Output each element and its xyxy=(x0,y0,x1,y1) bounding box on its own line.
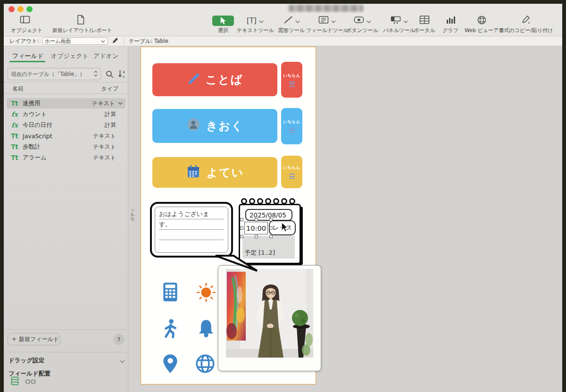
bell-icon[interactable] xyxy=(195,318,217,340)
bubble-line xyxy=(159,240,224,250)
date-field[interactable]: 2025/08/05 xyxy=(245,209,292,221)
person-photo xyxy=(226,269,313,358)
list-icon xyxy=(289,128,295,133)
tab-addons[interactable]: アドオン xyxy=(93,52,118,60)
field-row[interactable]: fx 今日の日付 計算 xyxy=(7,120,125,130)
selection-handle[interactable] xyxy=(269,218,273,221)
selection-handle[interactable] xyxy=(255,235,258,238)
text-field-icon: Tt xyxy=(7,154,23,161)
field-row[interactable]: Tt 連携用 テキスト xyxy=(7,98,125,108)
plus-icon: + xyxy=(12,336,17,342)
selection-handle[interactable] xyxy=(240,218,243,221)
table-selector-dropdown[interactable]: 現在のテーブル（「Table」） xyxy=(8,68,101,80)
tab-fields[interactable]: フィールド xyxy=(12,52,43,60)
speech-bubble-text-area: おはようございま す。 xyxy=(155,207,228,253)
bubble-line: す。 xyxy=(159,219,224,230)
time-field-selected[interactable]: 10:00 xyxy=(244,222,268,234)
selection-handle[interactable] xyxy=(240,235,243,238)
placement-list-icon[interactable] xyxy=(10,376,19,387)
svg-text:z: z xyxy=(123,75,125,79)
location-pin-icon[interactable] xyxy=(159,353,181,375)
text-field-icon: Tt xyxy=(7,143,23,150)
column-header-name[interactable]: 名前 xyxy=(12,85,24,93)
yotei-list-button[interactable]: いちらん xyxy=(281,156,302,188)
selection-handle[interactable] xyxy=(240,226,243,230)
chevron-down-icon[interactable] xyxy=(118,100,124,107)
body-part-label[interactable]: ボディ xyxy=(130,205,136,224)
kioku-list-button[interactable]: いちらん xyxy=(281,108,302,144)
field-row[interactable]: Tt JavaScript テキスト xyxy=(7,131,125,141)
search-icon[interactable] xyxy=(106,70,114,80)
stepper-icon xyxy=(94,70,98,78)
mouse-cursor xyxy=(281,223,288,232)
calculation-field-icon: fx xyxy=(7,110,23,118)
chevron-down-icon[interactable] xyxy=(120,358,125,365)
help-button[interactable]: ? xyxy=(113,334,125,345)
calculator-icon[interactable] xyxy=(159,281,181,303)
table-selector-value: 現在のテーブル（「Table」） xyxy=(11,71,85,78)
list-icon xyxy=(289,174,295,179)
svg-text:a: a xyxy=(123,70,125,74)
selection-handle[interactable] xyxy=(269,235,273,238)
bubble-line xyxy=(159,230,224,240)
field-row[interactable]: fx カウント 計算 xyxy=(7,109,125,119)
sun-icon[interactable] xyxy=(195,282,217,303)
kotoba-button[interactable]: ことば xyxy=(152,63,277,96)
filemaker-window: オブジェクト 新規レイアウト/レポート 選択 [T] テキストツール 図形ツール… xyxy=(0,0,566,392)
desktop-edge-top xyxy=(0,0,566,4)
column-header-type[interactable]: タイプ xyxy=(101,85,118,93)
text-field-icon: Tt xyxy=(7,132,23,140)
field-row[interactable]: Tt 歩数計 テキスト xyxy=(7,142,125,152)
selection-handle[interactable] xyxy=(269,226,273,230)
selection-handle[interactable] xyxy=(255,218,258,221)
kioku-button[interactable]: きおく xyxy=(152,109,277,143)
text-field-icon: Tt xyxy=(7,100,23,107)
left-sidebar: フィールド オブジェクト アドオン 現在のテーブル（「Table」） az 名前… xyxy=(4,46,128,392)
calculation-field-icon: fx xyxy=(7,121,23,129)
speech-bubble-tail xyxy=(210,255,264,273)
globe-icon[interactable] xyxy=(194,353,216,375)
kotoba-list-button[interactable]: いちらん xyxy=(281,62,302,98)
walking-person-icon[interactable] xyxy=(159,318,181,340)
sort-az-icon[interactable]: az xyxy=(118,69,126,80)
pencil-icon xyxy=(187,72,200,88)
speech-bubble[interactable]: おはようございま す。 xyxy=(150,202,233,258)
yotei-button[interactable]: よてい xyxy=(152,157,277,188)
placement-inline-icon[interactable] xyxy=(25,379,36,385)
drag-settings-header[interactable]: ドラッグ設定 xyxy=(8,357,44,365)
spiral-binding-icon xyxy=(241,198,295,204)
new-field-button[interactable]: + 新規フィールド xyxy=(8,333,60,345)
list-icon xyxy=(289,82,295,87)
photo-container[interactable] xyxy=(218,265,321,371)
tab-objects[interactable]: オブジェクト xyxy=(51,52,89,60)
active-tab-underline xyxy=(9,61,45,62)
calendar-icon xyxy=(186,164,201,181)
person-icon xyxy=(186,117,200,134)
bubble-line: おはようございま xyxy=(159,209,224,219)
field-row[interactable]: Tt アラーム テキスト xyxy=(7,152,125,163)
